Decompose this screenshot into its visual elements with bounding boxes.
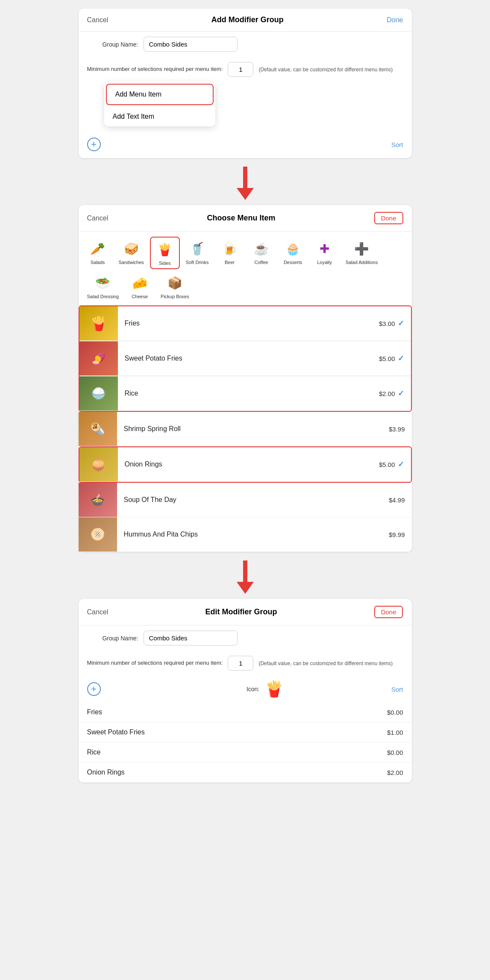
group-name-row: Group Name: [79, 32, 412, 57]
table-row[interactable]: 🌯 Shrimp Spring Roll $3.99 [79, 412, 412, 446]
category-cheese[interactable]: 🧀 Cheese [125, 271, 155, 302]
edit-group-name-input[interactable] [144, 631, 238, 646]
sweet-potato-image: 🍠 [79, 341, 118, 376]
onion-rings-image: 🧅 [79, 447, 118, 481]
add-text-item-option[interactable]: Add Text Item [104, 107, 215, 126]
sides-icon-display: 🍟 [264, 680, 284, 698]
panel1-done-button[interactable]: Done [387, 16, 403, 24]
edit-modifier-group-panel: Cancel Edit Modifier Group Done Group Na… [79, 599, 412, 783]
rice-name: Rice [125, 390, 138, 397]
soup-price-row: $4.99 [389, 496, 412, 504]
panel1-title: Add Modifier Group [211, 15, 284, 24]
category-salads[interactable]: 🥕 Salads [83, 237, 113, 269]
edit-rice-name: Rice [87, 748, 101, 756]
loyalty-label: Loyalty [317, 260, 332, 265]
sweet-potato-price-row: $5.00 ✓ [379, 354, 411, 363]
edit-rice-price: $0.00 [387, 749, 403, 756]
edit-fries-price: $0.00 [387, 709, 403, 716]
spring-roll-price: $3.99 [389, 425, 405, 433]
soup-name: Soup Of The Day [124, 496, 176, 503]
list-item[interactable]: Onion Rings $2.00 [79, 763, 412, 783]
table-row[interactable]: 🍚 Rice $2.00 ✓ [79, 376, 411, 411]
category-pickup-boxes[interactable]: 📦 Pickup Boxes [156, 271, 194, 302]
rice-price-row: $2.00 ✓ [379, 389, 411, 398]
edit-add-circle-button[interactable]: + [87, 682, 101, 696]
panel3-header: Cancel Edit Modifier Group Done [79, 599, 412, 625]
table-row[interactable]: 🍠 Sweet Potato Fries $5.00 ✓ [79, 341, 411, 376]
category-soft-drinks[interactable]: 🥤 Soft Drinks [182, 237, 213, 269]
category-sides[interactable]: 🍟 Sides [150, 237, 180, 269]
edit-min-sel-input[interactable] [228, 656, 253, 671]
table-row[interactable]: 🫓 Hummus And Pita Chips $9.99 [79, 517, 412, 552]
add-circle-button[interactable]: + [87, 138, 101, 151]
add-menu-item-option[interactable]: Add Menu Item [106, 84, 214, 105]
hummus-name: Hummus And Pita Chips [124, 531, 198, 538]
coffee-icon: ☕ [252, 239, 271, 258]
edit-sweet-potato-name: Sweet Potato Fries [87, 728, 145, 736]
list-item[interactable]: Rice $0.00 [79, 742, 412, 763]
salad-dressing-label: Salad Dressing [87, 294, 119, 299]
cheese-icon: 🧀 [130, 273, 149, 292]
menu-item-list: 🍟 Fries $3.00 ✓ 🍠 Sweet Potato [79, 305, 412, 552]
edit-min-sel-hint: (Default value, can be customized for di… [258, 660, 403, 666]
list-item[interactable]: Fries $0.00 [79, 702, 412, 722]
onion-rings-price-row: $5.00 ✓ [379, 460, 411, 469]
edit-onion-rings-price: $2.00 [387, 769, 403, 776]
list-item[interactable]: Sweet Potato Fries $1.00 [79, 722, 412, 742]
desserts-icon: 🧁 [284, 239, 302, 258]
hummus-price-row: $9.99 [389, 531, 412, 538]
icon-row: + Icon: 🍟 Sort [79, 676, 412, 702]
edit-fries-name: Fries [87, 708, 103, 716]
min-sel-label: Minimum number of selections required pe… [87, 65, 223, 73]
category-desserts[interactable]: 🧁 Desserts [278, 237, 308, 269]
category-loyalty[interactable]: ✚ Loyalty [310, 237, 340, 269]
min-sel-input[interactable] [228, 62, 253, 77]
sandwiches-label: Sandwiches [119, 260, 144, 265]
add-modifier-group-panel: Cancel Add Modifier Group Done Group Nam… [79, 9, 412, 158]
soup-info: Soup Of The Day [117, 492, 389, 508]
beer-icon: 🍺 [220, 239, 239, 258]
pickup-boxes-label: Pickup Boxes [161, 294, 189, 299]
salad-additions-label: Salad Additions [346, 260, 378, 265]
hummus-info: Hummus And Pita Chips [117, 526, 389, 543]
sides-label: Sides [159, 261, 171, 266]
panel3-title: Edit Modifier Group [205, 607, 277, 616]
onion-rings-checkmark: ✓ [398, 460, 404, 469]
category-salad-additions[interactable]: ➕ Salad Additions [341, 237, 382, 269]
cheese-label: Cheese [132, 294, 148, 299]
table-row[interactable]: 🧅 Onion Rings $5.00 ✓ [79, 447, 411, 482]
panel3-cancel-button[interactable]: Cancel [87, 608, 109, 616]
soft-drinks-icon: 🥤 [188, 239, 207, 258]
category-salad-dressing[interactable]: 🥗 Salad Dressing [83, 271, 123, 302]
category-scroll: 🥕 Salads 🥪 Sandwiches 🍟 Sides 🥤 Soft Dri… [79, 232, 412, 305]
category-coffee[interactable]: ☕ Coffee [246, 237, 276, 269]
table-row[interactable]: 🍲 Soup Of The Day $4.99 [79, 483, 412, 517]
sweet-potato-info: Sweet Potato Fries [118, 350, 379, 367]
edit-sort-button[interactable]: Sort [391, 686, 403, 693]
fries-name: Fries [125, 320, 140, 327]
spring-roll-name: Shrimp Spring Roll [124, 425, 181, 432]
loyalty-icon: ✚ [315, 239, 334, 258]
group-name-label: Group Name: [87, 41, 138, 48]
category-beer[interactable]: 🍺 Beer [215, 237, 245, 269]
sort-button[interactable]: Sort [391, 141, 403, 148]
beer-label: Beer [225, 260, 235, 265]
fries-price: $3.00 [379, 320, 395, 327]
group-name-input[interactable] [144, 37, 238, 52]
table-row[interactable]: 🍟 Fries $3.00 ✓ [79, 306, 411, 341]
panel3-done-button[interactable]: Done [374, 606, 403, 618]
panel1-cancel-button[interactable]: Cancel [87, 16, 109, 24]
sides-icon: 🍟 [156, 240, 174, 259]
panel2-done-button[interactable]: Done [374, 212, 403, 224]
fries-checkmark: ✓ [398, 319, 404, 328]
fries-price-row: $3.00 ✓ [379, 319, 411, 328]
rice-price: $2.00 [379, 390, 395, 397]
panel2-cancel-button[interactable]: Cancel [87, 214, 109, 222]
sweet-potato-name: Sweet Potato Fries [125, 355, 182, 362]
add-item-dropdown: Add Menu Item Add Text Item [104, 82, 215, 126]
edit-min-sel-row: Minimum number of selections required pe… [79, 651, 412, 676]
salads-label: Salads [91, 260, 105, 265]
category-sandwiches[interactable]: 🥪 Sandwiches [114, 237, 148, 269]
onion-rings-selected-group: 🧅 Onion Rings $5.00 ✓ [79, 446, 412, 483]
panel2-title: Choose Menu Item [207, 214, 275, 223]
